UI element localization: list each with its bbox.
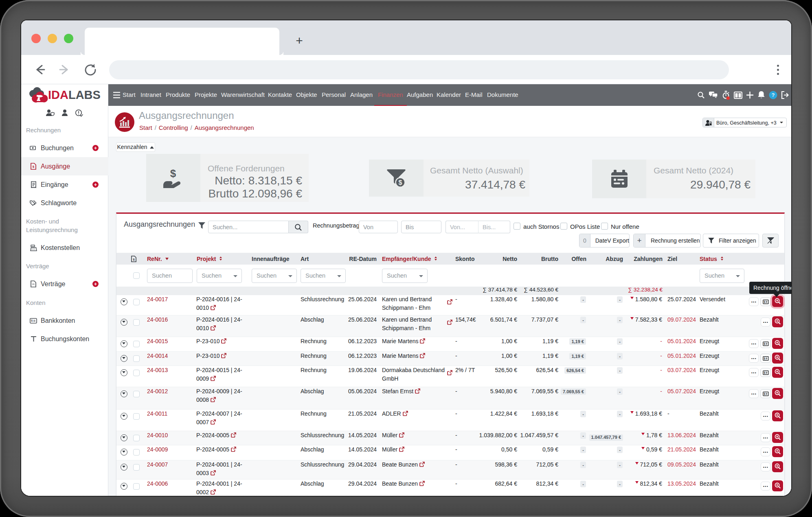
svg-text:$: $ — [764, 392, 765, 395]
svg-text:$: $ — [31, 319, 33, 322]
svg-text:$: $ — [764, 342, 765, 345]
svg-text:$: $ — [133, 257, 135, 261]
svg-text:$: $ — [399, 179, 402, 186]
svg-text:?: ? — [772, 92, 775, 98]
svg-text:$: $ — [33, 165, 35, 169]
svg-text:$: $ — [764, 371, 765, 374]
svg-text:$: $ — [764, 357, 765, 360]
svg-text:$: $ — [170, 168, 176, 180]
svg-text:$: $ — [764, 300, 765, 303]
